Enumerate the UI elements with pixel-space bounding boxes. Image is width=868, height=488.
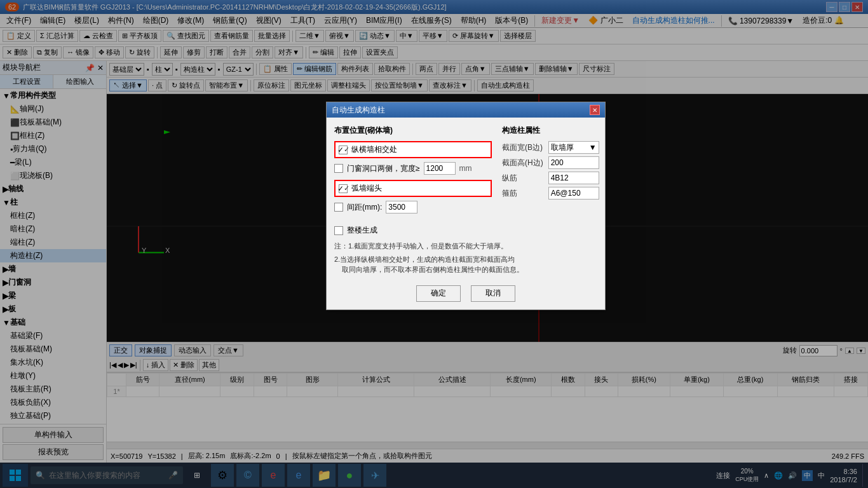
option1-container: ✓ 纵横墙相交处 — [334, 141, 492, 158]
checkbox-option2[interactable] — [334, 164, 343, 173]
props-title: 构造柱属性 — [502, 125, 597, 136]
prop-width-label: 截面宽(B边) — [502, 142, 543, 153]
note-1: 注：1.截面宽度支持手动输入，但是数值不能大于墙厚。 — [334, 241, 597, 252]
option2-row: 门窗洞口两侧，宽度≥ mm — [334, 162, 492, 175]
dialog-buttons: 确定 取消 — [334, 285, 597, 302]
dialog-auto-construct-col: 自动生成构造柱 ✕ 布置位置(砌体墙) ✓ 纵横墙相交处 — [326, 102, 606, 310]
option3-container: ✓ 弧墙端头 — [334, 180, 492, 197]
placement-title: 布置位置(砌体墙) — [334, 125, 492, 136]
checkbox-option3[interactable]: ✓ — [339, 184, 348, 193]
whole-floor-label: 整楼生成 — [347, 225, 377, 236]
dialog-cancel-button[interactable]: 取消 — [471, 285, 515, 302]
option4-input[interactable] — [386, 201, 417, 214]
option4-label: 间距(mm): — [347, 202, 382, 213]
dialog-main-sections: 布置位置(砌体墙) ✓ 纵横墙相交处 门窗洞口两侧，宽度≥ — [334, 125, 597, 219]
dialog-body: 布置位置(砌体墙) ✓ 纵横墙相交处 门窗洞口两侧，宽度≥ — [327, 118, 605, 309]
prop-stirrup-label: 箍筋 — [502, 188, 543, 199]
option3-row: ✓ 弧墙端头 — [339, 183, 487, 194]
dialog-overlay: 自动生成构造柱 ✕ 布置位置(砌体墙) ✓ 纵横墙相交处 — [0, 0, 868, 488]
checkbox-whole-floor[interactable] — [334, 226, 343, 235]
checkbox-option1[interactable]: ✓ — [339, 146, 348, 154]
option2-unit: mm — [459, 164, 472, 173]
dialog-close-button[interactable]: ✕ — [590, 105, 600, 115]
props-section: 构造柱属性 截面宽(B边) 取墙厚 ▼ 截面高(H边) 纵筋 箍筋 — [502, 125, 597, 219]
option4-row: 间距(mm): — [334, 201, 492, 214]
dialog-ok-button[interactable]: 确定 — [416, 285, 461, 302]
prop-vertical-rebar-label: 纵筋 — [502, 173, 543, 184]
notes-section: 注：1.截面宽度支持手动输入，但是数值不能大于墙厚。 2.当选择纵横墙相交处时，… — [334, 241, 597, 275]
dialog-title-text: 自动生成构造柱 — [332, 105, 385, 116]
whole-floor-row: 整楼生成 — [334, 225, 597, 236]
option3-label: 弧墙端头 — [351, 183, 382, 194]
dialog-title-bar: 自动生成构造柱 ✕ — [327, 102, 605, 118]
note-2: 2.当选择纵横墙相交处时，生成的构造柱截面宽和截面高均 取同向墙厚，而不取本界面… — [334, 254, 597, 275]
placement-section: 布置位置(砌体墙) ✓ 纵横墙相交处 门窗洞口两侧，宽度≥ — [334, 125, 492, 219]
prop-height-input[interactable] — [548, 156, 599, 169]
prop-width-select[interactable]: 取墙厚 ▼ — [548, 141, 599, 154]
prop-vertical-rebar-input[interactable] — [548, 172, 599, 184]
option1-label: 纵横墙相交处 — [351, 144, 397, 155]
props-grid: 截面宽(B边) 取墙厚 ▼ 截面高(H边) 纵筋 箍筋 — [502, 141, 597, 200]
prop-height-label: 截面高(H边) — [502, 158, 543, 168]
option1-row: ✓ 纵横墙相交处 — [339, 144, 487, 155]
option2-label: 门窗洞口两侧，宽度≥ — [347, 163, 420, 174]
option2-input[interactable] — [424, 162, 456, 175]
checkbox-option4[interactable] — [334, 203, 343, 212]
prop-stirrup-input[interactable] — [548, 187, 599, 200]
